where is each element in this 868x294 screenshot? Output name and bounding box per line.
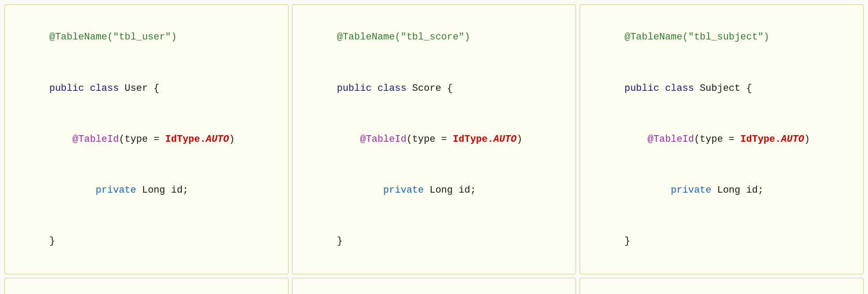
paren-close-user: ) — [229, 134, 235, 145]
tablename-annotation-order: @TableName("tbl_order") — [14, 286, 278, 294]
classname-user: User { — [125, 83, 159, 94]
class-decl-subject: public class Subject { — [590, 64, 854, 113]
code-grid: @TableName("tbl_user") public class User… — [4, 4, 864, 290]
card-subject: @TableName("tbl_subject") public class S… — [580, 4, 864, 274]
tablename-annotation-subject: @TableName("tbl_subject") — [590, 13, 854, 62]
card-log: @TableName("tbl_log") public class Log {… — [580, 278, 864, 294]
idtype-red-subject: IdType. — [740, 134, 781, 145]
idtype-red-score: IdType. — [453, 134, 493, 145]
close-brace-user: } — [14, 217, 278, 266]
long-type-score: Long id; — [429, 185, 476, 196]
indent-tableid-score: @TableId — [337, 134, 406, 145]
tableid-params-score: (type = — [407, 134, 453, 145]
annotation-tablename-subject: @TableName("tbl_subject") — [624, 32, 769, 43]
card-user: @TableName("tbl_user") public class User… — [4, 4, 288, 274]
tableid-annotation-user: @TableId(type = IdType.AUTO) — [14, 115, 278, 164]
long-type-user: Long id; — [142, 185, 188, 196]
field-score: private Long id; — [302, 166, 566, 215]
tablename-annotation-log: @TableName("tbl_log") — [590, 286, 854, 294]
paren-close-subject: ) — [804, 134, 810, 145]
class-decl-score: public class Score { — [302, 64, 566, 113]
field-subject: private Long id; — [590, 166, 854, 215]
idtype-red-user: IdType. — [165, 134, 205, 145]
card-order: @TableName("tbl_order") public class Ord… — [4, 278, 288, 294]
brace-subject: } — [624, 236, 630, 247]
keyword-public-score: public class — [337, 83, 406, 94]
private-kw-subject: private — [624, 185, 711, 196]
close-brace-score: } — [302, 217, 566, 266]
classname-subject: Subject { — [700, 83, 752, 94]
indent-tableid-user: @TableId — [49, 134, 119, 145]
annotation-tablename-user: @TableName("tbl_user") — [49, 32, 176, 43]
brace-user: } — [49, 236, 55, 247]
idtype-auto-score: AUTO — [493, 134, 517, 145]
keyword-public-subject: public class — [624, 83, 694, 94]
tableid-annotation-score: @TableId(type = IdType.AUTO) — [302, 115, 566, 164]
card-score: @TableName("tbl_score") public class Sco… — [292, 4, 576, 274]
paren-close-score: ) — [517, 134, 522, 145]
long-type-subject: Long id; — [717, 185, 764, 196]
private-kw-score: private — [337, 185, 424, 196]
indent-tableid-subject: @TableId — [624, 134, 694, 145]
tablename-annotation-equipment: @TableName("tbl_equipment") — [302, 286, 566, 294]
annotation-tablename-score: @TableName("tbl_score") — [337, 32, 470, 43]
tableid-annotation-subject: @TableId(type = IdType.AUTO) — [590, 115, 854, 164]
card-equipment: @TableName("tbl_equipment") public class… — [292, 278, 576, 294]
field-user: private Long id; — [14, 166, 278, 215]
class-decl-user: public class User { — [14, 64, 278, 113]
tablename-annotation-user: @TableName("tbl_user") — [14, 13, 278, 62]
tablename-annotation-score: @TableName("tbl_score") — [302, 13, 566, 62]
brace-score: } — [337, 236, 342, 247]
classname-score: Score { — [412, 83, 453, 94]
tableid-params-user: (type = — [119, 134, 166, 145]
idtype-auto-subject: AUTO — [781, 134, 804, 145]
private-kw-user: private — [49, 185, 136, 196]
close-brace-subject: } — [590, 217, 854, 266]
tableid-params-subject: (type = — [694, 134, 741, 145]
keyword-public-user: public class — [49, 83, 119, 94]
idtype-auto-user: AUTO — [206, 134, 229, 145]
